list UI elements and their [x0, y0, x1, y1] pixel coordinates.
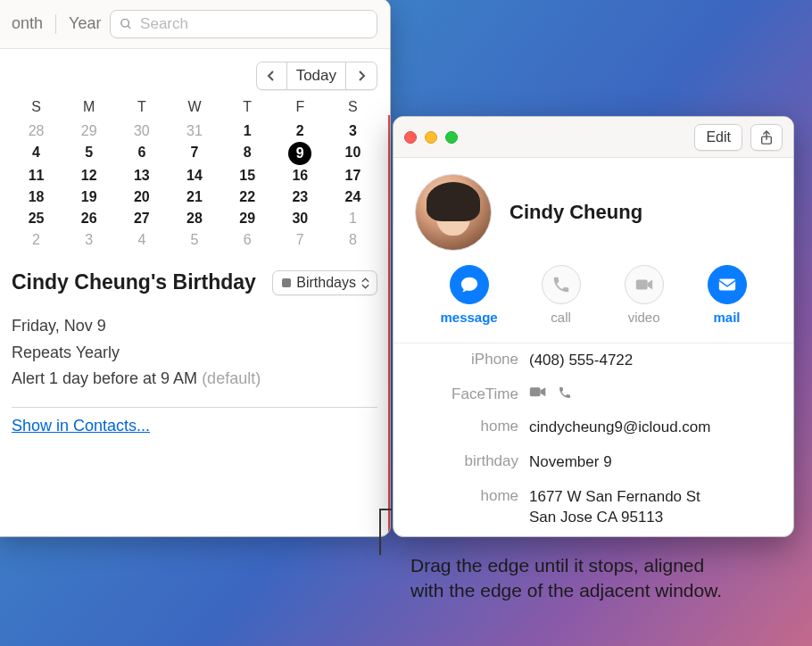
calendar-day[interactable]: 17 — [328, 165, 377, 186]
detail-phone: iPhone (408) 555-4722 — [394, 344, 793, 378]
detail-email: home cindycheung9@icloud.com — [394, 410, 793, 445]
next-button[interactable] — [346, 62, 377, 89]
action-mail[interactable]: mail — [708, 265, 747, 325]
minimize-button[interactable] — [425, 131, 437, 144]
calendar-day[interactable]: 7 — [170, 142, 219, 165]
calendar-day[interactable]: 12 — [64, 165, 113, 186]
calendar-day[interactable]: 11 — [12, 165, 61, 186]
facetime-video-icon[interactable] — [529, 385, 547, 400]
divider — [12, 407, 377, 408]
mail-icon — [717, 275, 737, 294]
svg-rect-6 — [718, 279, 734, 291]
calendar-day[interactable]: 6 — [223, 229, 272, 251]
calendar-week: 2345678 — [12, 229, 377, 251]
today-button[interactable]: Today — [287, 62, 346, 89]
calendar-day[interactable]: 16 — [276, 165, 325, 186]
calendar-day[interactable]: 5 — [170, 229, 219, 251]
message-icon — [460, 275, 479, 294]
calendar-select[interactable]: Birthdays — [272, 270, 377, 295]
calendar-select-label: Birthdays — [296, 275, 356, 291]
action-video[interactable]: video — [625, 265, 664, 325]
calendar-day[interactable]: 7 — [276, 229, 325, 251]
calendar-week: 2526272829301 — [12, 208, 377, 229]
calendar-day[interactable]: 1 — [223, 120, 272, 142]
calendar-day[interactable]: 3 — [64, 229, 113, 251]
calendar-day[interactable]: 23 — [276, 186, 325, 208]
weekday-label: F — [276, 99, 325, 120]
calendar-day[interactable]: 2 — [276, 120, 325, 142]
weekday-label: W — [170, 99, 219, 120]
calendar-week: 11121314151617 — [12, 165, 377, 186]
svg-rect-4 — [635, 280, 647, 290]
calendar-day[interactable]: 28 — [170, 208, 219, 229]
calendar-day[interactable]: 2 — [12, 229, 61, 251]
action-message[interactable]: message — [440, 265, 497, 325]
callout-line — [379, 509, 381, 555]
event-details: Cindy Cheung's Birthday Birthdays Friday… — [12, 270, 377, 435]
search-field[interactable] — [110, 10, 377, 38]
weekday-label: T — [117, 99, 166, 120]
calendar-day[interactable]: 8 — [328, 229, 377, 251]
event-date: Friday, Nov 9 — [12, 313, 377, 340]
calendar-day[interactable]: 21 — [170, 186, 219, 208]
calendar-day[interactable]: 10 — [328, 142, 377, 165]
calendar-day[interactable]: 15 — [223, 165, 272, 186]
calendar-day[interactable]: 31 — [170, 120, 219, 142]
action-call[interactable]: call — [542, 265, 581, 325]
maximize-button[interactable] — [445, 131, 458, 144]
calendar-day[interactable]: 14 — [170, 165, 219, 186]
search-input[interactable] — [140, 15, 368, 33]
calendar-day[interactable]: 26 — [64, 208, 113, 229]
calendar-day[interactable]: 1 — [328, 208, 377, 229]
calendar-color-dot — [282, 278, 291, 287]
window-right-edge[interactable] — [388, 115, 390, 536]
contact-details: iPhone (408) 555-4722 FaceTime home cind… — [394, 343, 793, 537]
calendar-day[interactable]: 4 — [12, 142, 61, 165]
facetime-audio-icon[interactable] — [556, 385, 574, 400]
calendar-day[interactable]: 6 — [117, 142, 166, 165]
edit-button[interactable]: Edit — [694, 124, 742, 151]
calendar-week: 45678910 — [12, 142, 377, 165]
contacts-window: Edit Cindy Cheung message call — [393, 116, 794, 537]
calendar-day[interactable]: 30 — [276, 208, 325, 229]
calendar-day[interactable]: 22 — [223, 186, 272, 208]
calendar-day[interactable]: 19 — [64, 186, 113, 208]
calendar-day[interactable]: 29 — [223, 208, 272, 229]
detail-address: home 1677 W San Fernando St San Jose CA … — [394, 480, 793, 535]
detail-facetime: FaceTime — [394, 378, 793, 410]
segment-year[interactable]: Year — [69, 14, 101, 33]
calendar-day[interactable]: 24 — [328, 186, 377, 208]
calendar-day[interactable]: 29 — [64, 120, 113, 142]
weekday-label: M — [64, 99, 113, 120]
detail-note: note — [394, 535, 793, 537]
chevron-left-icon — [266, 70, 277, 81]
share-button[interactable] — [750, 124, 783, 151]
calendar-week: 18192021222324 — [12, 186, 377, 208]
calendar-day[interactable]: 28 — [12, 120, 61, 142]
svg-marker-5 — [647, 280, 652, 290]
prev-button[interactable] — [257, 62, 287, 89]
calendar-day[interactable]: 27 — [117, 208, 166, 229]
action-row: message call video mail — [394, 261, 793, 343]
calendar-day-today[interactable]: 9 — [288, 142, 311, 165]
calendar-day[interactable]: 4 — [117, 229, 166, 251]
date-navigator: Today — [256, 62, 377, 90]
show-in-contacts-link[interactable]: Show in Contacts... — [12, 417, 377, 435]
svg-line-1 — [128, 25, 131, 28]
calendar-day[interactable]: 30 — [117, 120, 166, 142]
weekday-label: T — [223, 99, 272, 120]
segment-month[interactable]: onth — [12, 14, 43, 33]
event-repeat: Repeats Yearly — [12, 340, 377, 367]
calendar-day[interactable]: 25 — [12, 208, 61, 229]
calendar-day[interactable]: 13 — [117, 165, 166, 186]
mini-calendar: SMTWTFS 28293031123456789101112131415161… — [12, 99, 377, 251]
contact-name: Cindy Cheung — [510, 201, 642, 224]
event-alert: Alert 1 day before at 9 AM (default) — [12, 366, 377, 393]
calendar-day[interactable]: 18 — [12, 186, 61, 208]
calendar-day[interactable]: 3 — [328, 120, 377, 142]
close-button[interactable] — [404, 131, 417, 144]
calendar-day[interactable]: 5 — [64, 142, 113, 165]
calendar-day[interactable]: 8 — [223, 142, 272, 165]
calendar-day[interactable]: 20 — [117, 186, 166, 208]
traffic-lights — [404, 131, 458, 144]
